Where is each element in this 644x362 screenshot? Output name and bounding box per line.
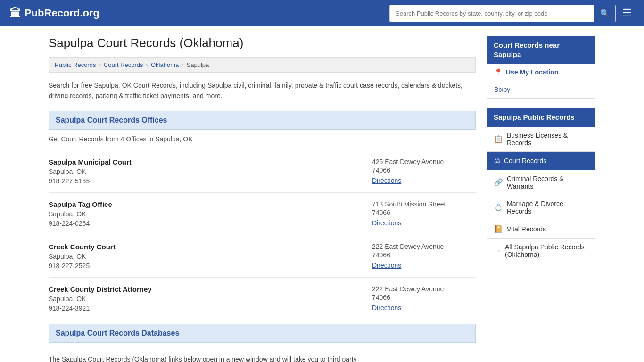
office-city: Sapulpa, OK bbox=[49, 168, 363, 175]
header-right: 🔍 ☰ bbox=[389, 4, 635, 22]
office-phone: 918-224-3921 bbox=[49, 304, 363, 312]
office-zip: 74066 bbox=[372, 166, 476, 174]
breadcrumb-oklahoma[interactable]: Oklahoma bbox=[151, 61, 179, 68]
sidebar-item-label: Business Licenses & Records bbox=[507, 132, 588, 147]
page-description: Search for free Sapulpa, OK Court Record… bbox=[49, 80, 476, 101]
search-input[interactable] bbox=[390, 6, 594, 21]
sidebar-public-records-section: Sapulpa Public Records 📋 Business Licens… bbox=[487, 108, 595, 263]
office-street: 425 East Dewey Avenue bbox=[372, 158, 476, 165]
briefcase-icon: 📋 bbox=[494, 135, 503, 143]
breadcrumb-court-records[interactable]: Court Records bbox=[104, 61, 143, 68]
sidebar-item-business-licenses[interactable]: 📋 Business Licenses & Records bbox=[487, 127, 595, 152]
office-item: Sapulpa Municipal Court Sapulpa, OK 918-… bbox=[49, 150, 476, 193]
sidebar-near-title: Court Records near Sapulpa bbox=[487, 36, 595, 64]
breadcrumb-sep-2: › bbox=[146, 61, 148, 68]
sidebar-item-label: Criminal Records & Warrants bbox=[507, 175, 588, 190]
office-city: Sapulpa, OK bbox=[49, 295, 363, 303]
breadcrumb-sep-1: › bbox=[99, 61, 100, 68]
breadcrumb-public-records[interactable]: Public Records bbox=[55, 61, 96, 68]
databases-section-header: Sapulpa Court Records Databases bbox=[49, 324, 476, 343]
logo-icon: 🏛 bbox=[9, 7, 21, 20]
office-right: 425 East Dewey Avenue 74066 Directions bbox=[372, 158, 476, 185]
sidebar-item-label: All Sapulpa Public Records (Oklahoma) bbox=[505, 243, 588, 258]
directions-link[interactable]: Directions bbox=[372, 219, 401, 227]
sidebar-item-vital-records[interactable]: 📔 Vital Records bbox=[487, 220, 595, 239]
search-button[interactable]: 🔍 bbox=[594, 5, 615, 22]
page-title: Sapulpa Court Records (Oklahoma) bbox=[49, 36, 476, 50]
office-name: Sapulpa Tag Office bbox=[49, 200, 363, 208]
nearby-city-link[interactable]: Bixby bbox=[494, 86, 510, 93]
main-container: Sapulpa Court Records (Oklahoma) Public … bbox=[39, 26, 605, 362]
office-city: Sapulpa, OK bbox=[49, 253, 363, 260]
sidebar-item-marriage-divorce[interactable]: 💍 Marriage & Divorce Records bbox=[487, 195, 595, 220]
breadcrumb-sep-3: › bbox=[182, 61, 183, 68]
office-item: Sapulpa Tag Office Sapulpa, OK 918-224-0… bbox=[49, 193, 476, 235]
use-location-label: Use My Location bbox=[506, 68, 558, 76]
arrow-icon: → bbox=[494, 247, 501, 255]
office-name: Creek County Court bbox=[49, 243, 363, 251]
directions-link[interactable]: Directions bbox=[372, 177, 401, 184]
office-name: Sapulpa Municipal Court bbox=[49, 158, 363, 166]
office-zip: 74066 bbox=[372, 251, 476, 259]
site-header: 🏛 PubRecord.org 🔍 ☰ bbox=[0, 0, 644, 26]
breadcrumb-current: Sapulpa bbox=[187, 61, 209, 68]
content-area: Sapulpa Court Records (Oklahoma) Public … bbox=[49, 36, 476, 362]
sidebar-item-label: Vital Records bbox=[507, 225, 546, 233]
directions-link[interactable]: Directions bbox=[372, 262, 401, 269]
office-right: 222 East Dewey Avenue 74066 Directions bbox=[372, 285, 476, 312]
sidebar-near-section: Court Records near Sapulpa 📍 Use My Loca… bbox=[487, 36, 595, 99]
hamburger-menu[interactable]: ☰ bbox=[619, 4, 635, 22]
office-phone: 918-227-5155 bbox=[49, 177, 363, 185]
office-left: Sapulpa Municipal Court Sapulpa, OK 918-… bbox=[49, 158, 363, 185]
office-left: Creek County Court Sapulpa, OK 918-227-2… bbox=[49, 243, 363, 270]
marriage-icon: 💍 bbox=[494, 203, 503, 212]
office-right: 222 East Dewey Avenue 74066 Directions bbox=[372, 243, 476, 270]
office-zip: 74066 bbox=[372, 209, 476, 216]
databases-section: Sapulpa Court Records Databases The Sapu… bbox=[49, 324, 476, 362]
vital-icon: 📔 bbox=[494, 225, 503, 233]
office-item: Creek County Court Sapulpa, OK 918-227-2… bbox=[49, 235, 476, 278]
nearby-city-item: Bixby bbox=[487, 81, 595, 99]
office-item: Creek County District Attorney Sapulpa, … bbox=[49, 278, 476, 320]
office-name: Creek County District Attorney bbox=[49, 285, 363, 293]
sidebar-item-all-records[interactable]: → All Sapulpa Public Records (Oklahoma) bbox=[487, 239, 595, 263]
sidebar-public-records-title: Sapulpa Public Records bbox=[487, 108, 595, 127]
office-right: 713 South Mission Street 74066 Direction… bbox=[372, 200, 476, 227]
office-left: Creek County District Attorney Sapulpa, … bbox=[49, 285, 363, 312]
office-street: 222 East Dewey Avenue bbox=[372, 243, 476, 250]
office-zip: 74066 bbox=[372, 294, 476, 301]
use-location-item[interactable]: 📍 Use My Location bbox=[487, 64, 595, 81]
office-street: 713 South Mission Street bbox=[372, 200, 476, 208]
search-bar: 🔍 bbox=[389, 5, 616, 22]
offices-count: Get Court Records from 4 Offices in Sapu… bbox=[49, 135, 476, 143]
location-icon: 📍 bbox=[494, 68, 502, 76]
databases-description: The Sapulpa Court Records (Oklahoma) lin… bbox=[49, 348, 476, 362]
office-city: Sapulpa, OK bbox=[49, 210, 363, 218]
sidebar-item-label: Court Records bbox=[504, 157, 546, 165]
offices-section-header: Sapulpa Court Records Offices bbox=[49, 111, 476, 130]
office-phone: 918-227-2525 bbox=[49, 262, 363, 270]
directions-link[interactable]: Directions bbox=[372, 304, 401, 312]
sidebar: Court Records near Sapulpa 📍 Use My Loca… bbox=[487, 36, 595, 362]
office-phone: 918-224-0264 bbox=[49, 220, 363, 227]
sidebar-item-label: Marriage & Divorce Records bbox=[507, 200, 588, 215]
criminal-icon: 🔗 bbox=[494, 178, 503, 187]
sidebar-item-criminal-records[interactable]: 🔗 Criminal Records & Warrants bbox=[487, 170, 595, 195]
site-logo[interactable]: 🏛 PubRecord.org bbox=[9, 7, 99, 20]
breadcrumb: Public Records › Court Records › Oklahom… bbox=[49, 57, 476, 73]
office-left: Sapulpa Tag Office Sapulpa, OK 918-224-0… bbox=[49, 200, 363, 227]
logo-text: PubRecord.org bbox=[25, 7, 99, 19]
scales-icon: ⚖ bbox=[494, 156, 500, 165]
office-street: 222 East Dewey Avenue bbox=[372, 285, 476, 293]
sidebar-item-court-records[interactable]: ⚖ Court Records bbox=[487, 152, 595, 170]
